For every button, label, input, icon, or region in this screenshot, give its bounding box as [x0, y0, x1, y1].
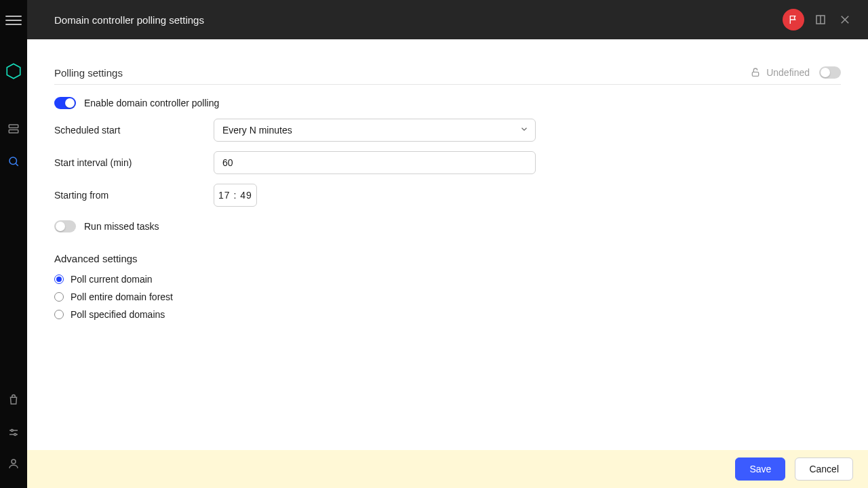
start-interval-input[interactable]: 60	[214, 151, 536, 174]
radio-poll-forest[interactable]: Poll entire domain forest	[54, 291, 841, 302]
run-missed-row: Run missed tasks	[54, 220, 841, 232]
svg-point-8	[14, 434, 16, 436]
sidebar-search-icon[interactable]	[5, 153, 22, 169]
start-interval-label: Start interval (min)	[54, 157, 214, 168]
radio-label: Poll current domain	[71, 274, 153, 285]
chevron-down-icon	[519, 125, 529, 136]
save-button[interactable]: Save	[735, 458, 785, 481]
lock-status-text: Undefined	[766, 67, 810, 78]
svg-line-4	[16, 163, 18, 165]
svg-point-3	[9, 157, 17, 165]
section-lock-toggle[interactable]	[819, 66, 841, 79]
modal-header: Domain controller polling settings	[27, 0, 868, 39]
sidebar-bag-icon[interactable]	[5, 392, 22, 408]
svg-point-6	[11, 430, 13, 432]
modal-body: Polling settings Undefined Enable domain…	[27, 39, 868, 450]
svg-rect-1	[9, 125, 18, 128]
enable-polling-toggle[interactable]	[54, 97, 76, 109]
section-header: Polling settings Undefined	[54, 66, 841, 85]
unlock-icon	[750, 67, 761, 78]
sidebar-sliders-icon[interactable]	[5, 424, 22, 441]
hamburger-menu-icon[interactable]	[5, 12, 22, 28]
sidebar-server-icon[interactable]	[5, 121, 22, 137]
svg-point-9	[12, 460, 16, 464]
bookmark-icon[interactable]	[811, 10, 830, 29]
svg-marker-0	[7, 64, 20, 79]
app-sidebar	[0, 0, 27, 488]
modal-footer: Save Cancel	[27, 450, 868, 488]
radio-icon	[54, 292, 64, 302]
radio-poll-current[interactable]: Poll current domain	[54, 274, 841, 285]
section-title: Polling settings	[54, 67, 123, 79]
advanced-settings-title: Advanced settings	[54, 253, 841, 264]
radio-label: Poll entire domain forest	[71, 291, 173, 302]
enable-polling-label: Enable domain controller polling	[84, 98, 219, 108]
run-missed-toggle[interactable]	[54, 220, 76, 232]
enable-polling-row: Enable domain controller polling	[54, 97, 841, 109]
svg-rect-12	[753, 72, 759, 76]
modal-title: Domain controller polling settings	[54, 14, 204, 26]
flag-icon[interactable]	[783, 9, 804, 30]
radio-label: Poll specified domains	[71, 309, 165, 320]
scheduled-start-value: Every N minutes	[222, 125, 292, 136]
scheduled-start-label: Scheduled start	[54, 125, 214, 136]
starting-from-input[interactable]: 17 : 49	[214, 184, 257, 207]
radio-icon	[54, 274, 64, 284]
settings-modal: Domain controller polling settings Polli…	[27, 0, 868, 488]
sidebar-user-icon[interactable]	[5, 455, 22, 472]
start-interval-row: Start interval (min) 60	[54, 151, 841, 174]
cancel-button[interactable]: Cancel	[795, 458, 853, 481]
close-icon[interactable]	[835, 10, 854, 29]
scheduled-start-row: Scheduled start Every N minutes	[54, 119, 841, 142]
lock-status: Undefined	[750, 67, 810, 78]
radio-poll-specified[interactable]: Poll specified domains	[54, 309, 841, 320]
svg-rect-2	[9, 130, 18, 134]
starting-from-label: Starting from	[54, 190, 214, 201]
radio-icon	[54, 310, 64, 319]
app-logo	[5, 62, 22, 80]
scheduled-start-select[interactable]: Every N minutes	[214, 119, 536, 142]
starting-from-row: Starting from 17 : 49	[54, 184, 841, 207]
run-missed-label: Run missed tasks	[84, 221, 159, 232]
